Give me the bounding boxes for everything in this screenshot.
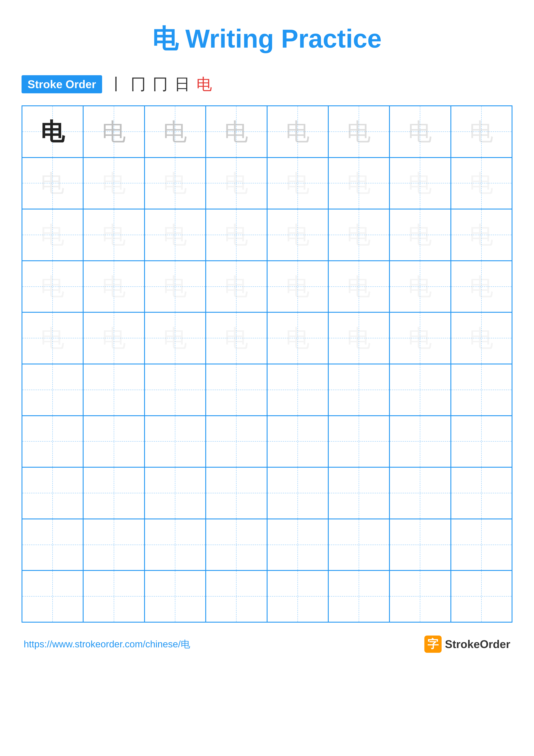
grid-cell[interactable]: 电 bbox=[22, 157, 83, 209]
grid-cell[interactable]: 电 bbox=[267, 209, 328, 261]
grid-cell[interactable]: 电 bbox=[390, 467, 451, 519]
stroke-order-chars: 丨 冂 冂 日 电 bbox=[109, 74, 212, 94]
grid-cell[interactable]: 电 bbox=[328, 467, 390, 519]
grid-cell[interactable]: 电 bbox=[144, 106, 206, 157]
grid-cell[interactable]: 电 bbox=[451, 261, 512, 312]
grid-cell[interactable]: 电 bbox=[267, 416, 328, 468]
grid-cell[interactable]: 电 bbox=[451, 157, 512, 209]
grid-cell[interactable]: 电 bbox=[83, 209, 144, 261]
grid-cell[interactable]: 电 bbox=[83, 416, 144, 468]
grid-cell[interactable]: 电 bbox=[22, 364, 83, 416]
grid-cell[interactable]: 电 bbox=[390, 209, 451, 261]
grid-cell[interactable]: 电 bbox=[390, 364, 451, 416]
grid-cell[interactable]: 电 bbox=[206, 312, 267, 364]
grid-cell[interactable]: 电 bbox=[83, 364, 144, 416]
grid-cell[interactable]: 电 bbox=[22, 209, 83, 261]
grid-cell[interactable]: 电 bbox=[451, 519, 512, 571]
grid-cell[interactable]: 电 bbox=[328, 570, 390, 622]
grid-cell[interactable]: 电 bbox=[83, 261, 144, 312]
grid-cell[interactable]: 电 bbox=[328, 209, 390, 261]
grid-cell[interactable]: 电 bbox=[144, 467, 206, 519]
grid-cell[interactable]: 电 bbox=[451, 312, 512, 364]
grid-cell[interactable]: 电 bbox=[144, 364, 206, 416]
grid-cell[interactable]: 电 bbox=[83, 570, 144, 622]
grid-cell[interactable]: 电 bbox=[22, 261, 83, 312]
grid-cell[interactable]: 电 bbox=[206, 467, 267, 519]
grid-cell[interactable]: 电 bbox=[267, 364, 328, 416]
grid-cell[interactable]: 电 bbox=[390, 106, 451, 157]
grid-cell[interactable]: 电 bbox=[451, 570, 512, 622]
grid-char: 电 bbox=[286, 326, 310, 350]
grid-char: 电 bbox=[224, 275, 248, 298]
grid-char: 电 bbox=[470, 171, 493, 195]
grid-cell[interactable]: 电 bbox=[144, 312, 206, 364]
brand-icon: 字 bbox=[424, 635, 442, 653]
grid-cell[interactable]: 电 bbox=[144, 157, 206, 209]
grid-cell[interactable]: 电 bbox=[328, 106, 390, 157]
grid-char: 电 bbox=[408, 275, 432, 298]
grid-cell[interactable]: 电 bbox=[144, 519, 206, 571]
grid-cell[interactable]: 电 bbox=[206, 570, 267, 622]
grid-cell[interactable]: 电 bbox=[144, 570, 206, 622]
grid-cell[interactable]: 电 bbox=[328, 364, 390, 416]
grid-cell[interactable]: 电 bbox=[267, 312, 328, 364]
grid-cell[interactable]: 电 bbox=[451, 209, 512, 261]
grid-cell[interactable]: 电 bbox=[206, 519, 267, 571]
stroke-3: 冂 bbox=[153, 74, 168, 94]
grid-cell[interactable]: 电 bbox=[83, 467, 144, 519]
grid-cell[interactable]: 电 bbox=[390, 519, 451, 571]
grid-cell[interactable]: 电 bbox=[267, 467, 328, 519]
grid-cell[interactable]: 电 bbox=[451, 364, 512, 416]
grid-cell[interactable]: 电 bbox=[22, 519, 83, 571]
grid-cell[interactable]: 电 bbox=[267, 106, 328, 157]
grid-cell[interactable]: 电 bbox=[451, 106, 512, 157]
grid-char: 电 bbox=[224, 120, 248, 144]
grid-cell[interactable]: 电 bbox=[390, 157, 451, 209]
grid-cell[interactable]: 电 bbox=[83, 157, 144, 209]
grid-cell[interactable]: 电 bbox=[267, 570, 328, 622]
grid-cell[interactable]: 电 bbox=[83, 519, 144, 571]
grid-cell[interactable]: 电 bbox=[267, 519, 328, 571]
footer-url[interactable]: https://www.strokeorder.com/chinese/电 bbox=[24, 638, 190, 651]
grid-cell[interactable]: 电 bbox=[22, 312, 83, 364]
grid-cell[interactable]: 电 bbox=[328, 416, 390, 468]
grid-cell[interactable]: 电 bbox=[390, 261, 451, 312]
grid-cell[interactable]: 电 bbox=[328, 312, 390, 364]
grid-cell[interactable]: 电 bbox=[206, 364, 267, 416]
grid-cell[interactable]: 电 bbox=[390, 416, 451, 468]
grid-cell[interactable]: 电 bbox=[206, 261, 267, 312]
grid-cell[interactable]: 电 bbox=[144, 261, 206, 312]
grid-cell[interactable]: 电 bbox=[83, 106, 144, 157]
grid-cell[interactable]: 电 bbox=[328, 157, 390, 209]
grid-cell[interactable]: 电 bbox=[83, 312, 144, 364]
grid-cell[interactable]: 电 bbox=[206, 416, 267, 468]
grid-cell[interactable]: 电 bbox=[267, 261, 328, 312]
grid-cell[interactable]: 电 bbox=[206, 157, 267, 209]
grid-cell[interactable]: 电 bbox=[22, 416, 83, 468]
grid-char: 电 bbox=[163, 171, 187, 195]
grid-char: 电 bbox=[224, 223, 248, 247]
grid-cell[interactable]: 电 bbox=[144, 209, 206, 261]
grid-cell[interactable]: 电 bbox=[267, 157, 328, 209]
grid-cell[interactable]: 电 bbox=[328, 519, 390, 571]
grid-cell[interactable]: 电 bbox=[22, 467, 83, 519]
grid-cell[interactable]: 电 bbox=[328, 261, 390, 312]
grid-cell[interactable]: 电 bbox=[144, 416, 206, 468]
grid-char: 电 bbox=[102, 171, 126, 195]
grid-char: 电 bbox=[470, 326, 493, 350]
grid-cell[interactable]: 电 bbox=[206, 209, 267, 261]
grid-cell[interactable]: 电 bbox=[22, 570, 83, 622]
grid-char: 电 bbox=[347, 171, 371, 195]
grid-char: 电 bbox=[224, 171, 248, 195]
grid-char: 电 bbox=[163, 223, 187, 247]
grid-char: 电 bbox=[41, 223, 64, 247]
grid-char: 电 bbox=[102, 275, 126, 298]
grid-cell[interactable]: 电 bbox=[390, 570, 451, 622]
grid-cell[interactable]: 电 bbox=[390, 312, 451, 364]
grid-cell[interactable]: 电 bbox=[451, 467, 512, 519]
grid-char: 电 bbox=[224, 326, 248, 350]
grid-cell[interactable]: 电 bbox=[451, 416, 512, 468]
grid-char: 电 bbox=[470, 223, 493, 247]
grid-cell[interactable]: 电 bbox=[206, 106, 267, 157]
grid-cell[interactable]: 电 bbox=[22, 106, 83, 157]
